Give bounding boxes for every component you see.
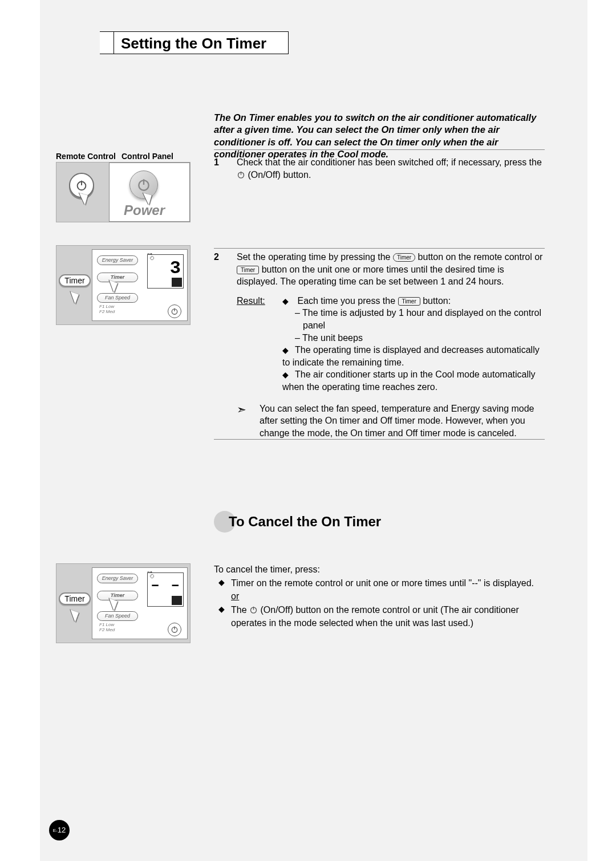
- cancel-intro: To cancel the timer, press:: [214, 563, 545, 576]
- cancel-item-body: Timer on the remote control or unit one …: [231, 577, 545, 603]
- note-body: You can select the fan speed, temperatur…: [260, 403, 545, 440]
- cancel-item-body: The (On/Off) button on the remote contro…: [231, 604, 545, 629]
- sub-heading-text: To Cancel the On Timer: [229, 514, 381, 530]
- text: Check that the air conditioner has been …: [237, 157, 542, 167]
- power-icon: [237, 170, 245, 182]
- lcd-display: ⏲ 3: [147, 254, 184, 289]
- illus-power-buttons: Power: [56, 162, 191, 222]
- mini-power-icon: [168, 304, 181, 318]
- step-number: 2: [214, 251, 237, 439]
- sub-heading: To Cancel the On Timer: [214, 511, 381, 533]
- divider: [214, 149, 545, 150]
- section-title-text: Setting the On Timer: [114, 32, 289, 54]
- sub-bullet: – The unit beeps: [282, 332, 545, 344]
- result-label: Result:: [237, 295, 282, 393]
- bullet-icon: ◆: [282, 296, 295, 307]
- cancel-instructions: To cancel the timer, press: ◆ Timer on t…: [214, 563, 545, 629]
- panel-sub-label: F1 LowF2 Med: [99, 304, 115, 315]
- col-panel: Control Panel: [121, 152, 173, 161]
- text: Set the operating time by pressing the: [237, 252, 393, 262]
- sub-bullet: – The time is adjusted by 1 hour and dis…: [282, 307, 545, 331]
- result-body: ◆ Each time you press the Timer button: …: [282, 295, 545, 393]
- bullet-icon: ◆: [214, 604, 231, 629]
- bullet-icon: ◆: [282, 345, 295, 356]
- lcd-value: – –: [148, 579, 183, 591]
- timer-box: Timer: [237, 266, 259, 274]
- lcd-value: 3: [148, 261, 183, 276]
- illus-timer-cancel: Energy Saver Timer Fan Speed F1 LowF2 Me…: [56, 563, 191, 643]
- timer-pill: Timer: [393, 253, 415, 262]
- bullet-icon: ◆: [214, 577, 231, 603]
- bullet-icon: ◆: [282, 369, 295, 380]
- illus-timer-set: Energy Saver Timer Fan Speed F1 LowF2 Me…: [56, 245, 191, 325]
- mini-power-icon: [168, 623, 181, 636]
- text: button on the remote control or: [418, 252, 543, 262]
- section-title: Setting the On Timer: [100, 31, 289, 54]
- divider: [214, 439, 545, 440]
- step-body: Check that the air conditioner has been …: [237, 156, 545, 182]
- text: (On/Off) button.: [248, 170, 311, 180]
- step-number: 1: [214, 156, 237, 182]
- power-icon: [249, 605, 258, 618]
- cursor-icon: [70, 606, 86, 622]
- remote-timer-btn: Timer: [59, 592, 91, 605]
- page-number: E-12: [49, 820, 70, 840]
- text: Each time you press the: [297, 296, 398, 306]
- panel-sub-label: F1 LowF2 Med: [99, 623, 115, 633]
- column-headers: Remote Control Control Panel: [56, 152, 193, 161]
- cursor-icon: [70, 287, 86, 304]
- col-remote: Remote Control: [56, 152, 121, 161]
- remote-timer-btn: Timer: [59, 274, 91, 287]
- note-row: ➣ You can select the fan speed, temperat…: [237, 403, 545, 440]
- timer-box: Timer: [398, 297, 420, 306]
- text: The air conditioner starts up in the Coo…: [282, 369, 536, 392]
- panel-fan-speed: Fan Speed: [97, 293, 138, 303]
- step-1: 1 Check that the air conditioner has bee…: [214, 156, 545, 182]
- step-body: Set the operating time by pressing the T…: [237, 251, 545, 439]
- intro-paragraph: The On Timer enables you to switch on th…: [214, 112, 545, 161]
- power-word: Power: [124, 202, 165, 218]
- panel-energy-saver: Energy Saver: [97, 255, 138, 265]
- note-arrow-icon: ➣: [237, 403, 260, 415]
- panel-fan-speed: Fan Speed: [97, 611, 138, 621]
- step-2: 2 Set the operating time by pressing the…: [214, 251, 545, 439]
- text: The operating time is displayed and decr…: [282, 345, 540, 367]
- panel-energy-saver: Energy Saver: [97, 574, 138, 583]
- text: button:: [423, 296, 451, 306]
- divider: [214, 248, 545, 249]
- text: button on the unit one or more times unt…: [237, 265, 504, 287]
- lcd-display: ⏲ – –: [147, 572, 184, 607]
